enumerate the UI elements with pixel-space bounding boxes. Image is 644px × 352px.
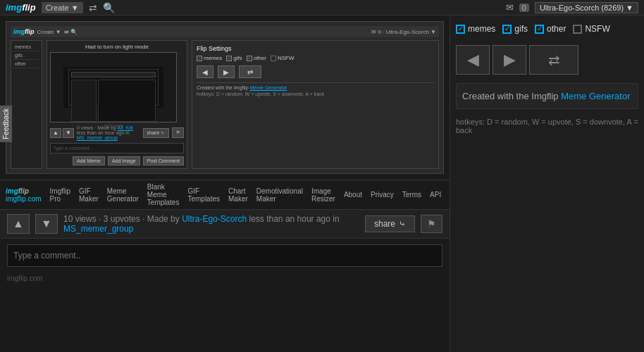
- inner-bottom: ▲ ▼ 0 views · Made by Alt_Kitt less than…: [50, 125, 184, 140]
- filter-gifs[interactable]: gifs: [502, 24, 528, 34]
- user-link[interactable]: Ultra-Ego-Scorch: [182, 214, 247, 224]
- inner-add-image-btn[interactable]: Add Image: [108, 156, 140, 165]
- meme-generator-link[interactable]: Meme Generator: [561, 91, 630, 101]
- footer-link-chart-maker[interactable]: Chart Maker: [228, 187, 248, 203]
- inner-prev-btn[interactable]: ◀: [197, 65, 213, 78]
- inner-right: ✉ 0 · Ultra-Ego-Scorch ▼: [371, 29, 436, 35]
- inner-check-gifs[interactable]: ✓ gifs: [226, 55, 242, 61]
- footer-link-about[interactable]: About: [344, 191, 362, 199]
- inner-logo: imgflip: [13, 28, 35, 35]
- filter-other[interactable]: other: [535, 24, 566, 34]
- top-navbar: imgflip Create ▼ ⇄ 🔍 ✉ 0 Ultra-Ego-Scorc…: [0, 0, 644, 15]
- inner-group-link[interactable]: MS_memer_group: [77, 135, 118, 140]
- prev-arrow-icon: ◀: [467, 51, 479, 69]
- inner-content-area: memes gifs other Had to turn on light mo…: [11, 40, 439, 169]
- envelope-icon[interactable]: ✉: [506, 2, 514, 13]
- filter-nsfw-checkbox[interactable]: [573, 25, 582, 34]
- inner-flip-settings: Flip Settings ✓ memes ✓ gifs ✓ other: [192, 40, 439, 169]
- footer-link-blank-meme[interactable]: Blank Meme Templates: [147, 183, 180, 206]
- search-icon[interactable]: 🔍: [103, 2, 115, 13]
- flag-icon: ⚑: [427, 218, 436, 230]
- inner-check-other-box: ✓: [247, 56, 252, 61]
- shuffle-icon[interactable]: ⇄: [89, 2, 97, 13]
- inner-flag-btn[interactable]: ⚑: [172, 127, 184, 138]
- footer-logo: imgflip imgflip.com: [6, 187, 42, 203]
- inner-comment-placeholder[interactable]: Type a comment...: [53, 146, 181, 151]
- inner-create: Create ▼: [37, 29, 61, 35]
- inner-created: Created with the Imgflip Meme Generator: [197, 82, 434, 90]
- filter-memes-checkbox[interactable]: [456, 25, 465, 34]
- inner-settings-title: Flip Settings: [197, 45, 434, 52]
- footer-link-imgflip-pro[interactable]: Imgflip Pro: [50, 187, 70, 203]
- upvote-button[interactable]: ▲: [7, 214, 30, 234]
- inner-sidebar: memes gifs other: [11, 40, 42, 169]
- inner-dark-area: light mode: [63, 67, 163, 108]
- filter-gifs-checkbox[interactable]: [502, 25, 512, 34]
- footer-link-gif-maker[interactable]: GIF Maker: [79, 187, 99, 203]
- footer-link-api[interactable]: API: [430, 191, 441, 199]
- inner-sidebar-gifs[interactable]: gifs: [13, 51, 39, 60]
- prev-arrow[interactable]: ◀: [456, 45, 490, 75]
- inner-arrows: ◀ ▶ ⇄: [197, 65, 434, 78]
- inner-meme-area: Had to turn on light mode light mode: [47, 40, 187, 169]
- post-title-btn[interactable]: Ultra-Ego-Scorch (8269) ▼: [535, 2, 638, 13]
- shuffle-arrow[interactable]: ⇄: [529, 45, 578, 75]
- comment-input[interactable]: [7, 244, 442, 267]
- footer-link-terms[interactable]: Terms: [402, 191, 421, 199]
- filter-row: memes gifs other NSFW: [456, 21, 638, 37]
- inner-shuffle-btn[interactable]: ⇄: [239, 65, 261, 78]
- filter-nsfw[interactable]: NSFW: [573, 24, 609, 34]
- logo-colored: img: [6, 2, 22, 13]
- inner-comment-box: Type a comment...: [50, 143, 184, 153]
- filter-gifs-label: gifs: [514, 24, 528, 34]
- share-button[interactable]: share ⤷: [365, 215, 415, 232]
- main-content: imgflip Create ▼ ⇄ 🔍 ✉ 0 · Ultra-Ego-Sco…: [0, 15, 644, 352]
- create-button[interactable]: Create ▼: [42, 2, 83, 13]
- next-arrow[interactable]: ▶: [493, 45, 526, 75]
- inner-check-gifs-box: ✓: [226, 56, 232, 61]
- filter-nsfw-label: NSFW: [585, 24, 609, 34]
- inner-up-btn[interactable]: ▲: [50, 128, 61, 138]
- inner-meme-title: Had to turn on light mode: [50, 44, 184, 50]
- site-url: imgflip.com: [0, 272, 450, 284]
- footer-link-meme-generator[interactable]: Meme Generator: [107, 187, 139, 203]
- inner-down-btn[interactable]: ▼: [63, 128, 74, 138]
- inner-comment-buttons: Add Meme Add Image Post Comment: [50, 156, 184, 165]
- inner-sidebar-memes[interactable]: memes: [13, 43, 39, 51]
- share-label: share: [374, 219, 395, 229]
- inner-add-meme-btn[interactable]: Add Meme: [73, 156, 105, 165]
- inner-next-btn[interactable]: ▶: [218, 65, 235, 78]
- footer-link-privacy[interactable]: Privacy: [371, 191, 394, 199]
- feedback-tab[interactable]: Feedback: [0, 106, 12, 142]
- inner-less-than: less than an hour ago in: [77, 130, 130, 135]
- inner-sidebar-other[interactable]: other: [13, 60, 39, 68]
- footer-link-gif-templates[interactable]: GIF Templates: [187, 187, 220, 203]
- inner-check-other[interactable]: ✓ other: [247, 55, 266, 61]
- upvote-count: 3 upvotes: [104, 214, 140, 224]
- filter-other-checkbox[interactable]: [535, 25, 544, 34]
- create-dropdown-icon: ▼: [71, 4, 79, 12]
- hotkeys-text: hotkeys: D = random, W = upvote, S = dow…: [456, 115, 638, 137]
- footer-links: imgflip imgflip.com Imgflip Pro GIF Make…: [0, 180, 450, 209]
- footer-link-image-resizer[interactable]: Image Resizer: [311, 187, 335, 203]
- inner-check-memes[interactable]: ✓ memes: [197, 55, 222, 61]
- created-with-box: Created with the Imgflip Meme Generator: [456, 83, 638, 109]
- made-by-label: Made by: [147, 214, 180, 224]
- navbar-icons: ⇄ 🔍: [89, 2, 115, 13]
- inner-post-comment-btn[interactable]: Post Comment: [143, 156, 184, 165]
- inner-screenshot: imgflip Create ▼ ⇄ 🔍 ✉ 0 · Ultra-Ego-Sco…: [6, 21, 444, 174]
- inner-search: ⇄ 🔍: [64, 29, 78, 35]
- inner-share-btn[interactable]: share ⤷: [143, 128, 169, 138]
- inner-navbar: imgflip Create ▼ ⇄ 🔍 ✉ 0 · Ultra-Ego-Sco…: [11, 26, 439, 37]
- time-text: less than an hour ago in: [249, 214, 340, 224]
- downvote-button[interactable]: ▼: [35, 214, 58, 234]
- group-link[interactable]: MS_memer_group: [63, 224, 133, 234]
- inner-user-link[interactable]: Alt_Kitt: [118, 125, 133, 130]
- bottom-bar: ▲ ▼ 10 views · 3 upvotes · Made by Ultra…: [0, 209, 450, 238]
- filter-memes[interactable]: memes: [456, 24, 495, 34]
- inner-meme-gen-link[interactable]: Meme Generator: [250, 85, 287, 90]
- flag-button[interactable]: ⚑: [421, 215, 442, 233]
- inner-check-nsfw[interactable]: NSFW: [271, 55, 295, 61]
- created-with-text: Created with the Imgflip: [462, 91, 559, 101]
- footer-link-demotivational[interactable]: Demotivational Maker: [256, 187, 303, 203]
